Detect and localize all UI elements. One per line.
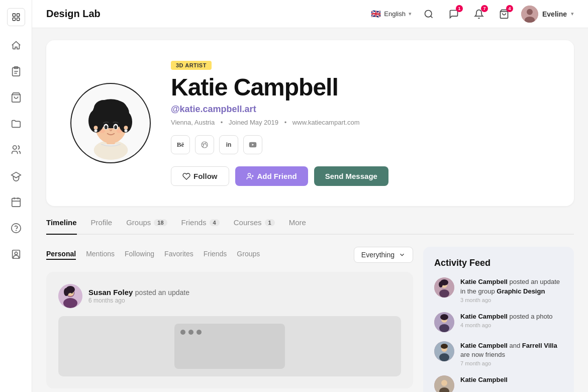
- language-selector[interactable]: 🇬🇧 English ▾: [371, 9, 412, 19]
- svg-point-36: [99, 129, 105, 133]
- svg-point-54: [64, 288, 69, 296]
- activity-avatar-4: [434, 375, 454, 392]
- timeline-section: Personal Mentions Following Favorites Fr…: [46, 247, 574, 392]
- tab-friends-badge: 4: [210, 219, 220, 226]
- activity-text-2: Katie Campbell posted a photo 4 month ag…: [460, 312, 553, 328]
- activity-author-4: Katie Campbell: [460, 376, 508, 383]
- svg-point-66: [439, 353, 449, 361]
- meta-dot1: •: [221, 119, 223, 126]
- svg-rect-2: [13, 18, 15, 21]
- activity-content-2: Katie Campbell posted a photo: [460, 312, 553, 321]
- dot2: [188, 330, 193, 335]
- cart-button[interactable]: 4: [496, 6, 512, 22]
- tab-courses[interactable]: Courses 1: [234, 218, 275, 235]
- svg-point-49: [63, 298, 77, 308]
- svg-rect-1: [17, 14, 19, 16]
- activity-feed-panel: Activity Feed: [423, 247, 574, 392]
- sidebar-item-graduation[interactable]: [5, 165, 27, 187]
- sidebar-item-home[interactable]: [5, 34, 27, 56]
- user-chevron-icon: ▾: [571, 11, 574, 17]
- activity-text-1: Katie Campbell posted an update in the g…: [460, 277, 563, 303]
- chat-button[interactable]: 1: [446, 6, 462, 22]
- chat-badge: 1: [456, 5, 463, 12]
- tab-groups[interactable]: Groups 18: [126, 218, 167, 235]
- dropdown-label: Everything: [361, 251, 395, 259]
- send-message-button[interactable]: Send Message: [314, 166, 388, 186]
- behance-button[interactable]: Bē: [171, 135, 190, 154]
- sidebar-logo[interactable]: [7, 8, 25, 26]
- follow-label: Follow: [193, 172, 218, 180]
- filter-favorites[interactable]: Favorites: [164, 250, 193, 260]
- linkedin-button[interactable]: in: [219, 135, 238, 154]
- activity-coauthor-3: Farrell Villa: [522, 342, 557, 349]
- tab-groups-label: Groups: [126, 218, 151, 227]
- cart-badge: 4: [506, 5, 513, 12]
- sidebar-item-users[interactable]: [5, 139, 27, 161]
- activity-time-3: 7 month ago: [460, 360, 563, 366]
- dribbble-button[interactable]: [195, 135, 214, 154]
- youtube-button[interactable]: [243, 135, 262, 154]
- profile-info: 3D ARTIST Katie Campbell @katie.campbell…: [171, 60, 550, 186]
- svg-point-67: [441, 344, 448, 349]
- post-author-action: Susan Foley posted an update: [88, 288, 189, 297]
- svg-point-31: [109, 101, 127, 117]
- tab-friends-label: Friends: [181, 218, 207, 227]
- sidebar-item-folder[interactable]: [5, 113, 27, 135]
- svg-point-41: [124, 129, 127, 132]
- svg-point-63: [440, 314, 448, 320]
- profile-website: www.katiecampart.com: [292, 119, 360, 126]
- filter-friends[interactable]: Friends: [204, 250, 227, 260]
- activity-avatar-1: [434, 277, 454, 298]
- filter-personal[interactable]: Personal: [46, 250, 76, 260]
- profile-location: Vienna, Austria: [171, 119, 215, 126]
- bell-button[interactable]: 7: [471, 6, 487, 22]
- post-dots: [180, 330, 202, 335]
- filter-groups[interactable]: Groups: [237, 250, 260, 260]
- flag-icon: 🇬🇧: [371, 9, 381, 19]
- profile-avatar: [70, 83, 151, 163]
- content-area: 3D ARTIST Katie Campbell @katie.campbell…: [32, 28, 588, 392]
- tab-timeline-label: Timeline: [46, 218, 77, 227]
- topbar-right: 🇬🇧 English ▾ 1 7 4: [371, 6, 574, 23]
- tab-courses-badge: 1: [265, 219, 275, 226]
- follow-button[interactable]: Follow: [171, 166, 229, 186]
- filter-following[interactable]: Following: [125, 250, 154, 260]
- tab-friends[interactable]: Friends 4: [181, 218, 220, 235]
- search-button[interactable]: [421, 6, 437, 22]
- activity-avatar-2: [434, 312, 454, 332]
- sidebar-item-clipboard[interactable]: [5, 60, 27, 82]
- svg-point-33: [104, 125, 107, 129]
- sidebar-item-bag[interactable]: [5, 86, 27, 109]
- activity-author-3: Katie Campbell: [460, 342, 508, 349]
- svg-point-42: [202, 142, 208, 148]
- sidebar-item-calendar[interactable]: [5, 191, 27, 213]
- heart-icon: [182, 172, 190, 180]
- post-author-name: Susan Foley: [88, 288, 133, 297]
- tab-timeline[interactable]: Timeline: [46, 218, 77, 235]
- user-chip[interactable]: Eveline ▾: [521, 6, 574, 23]
- svg-point-35: [114, 125, 117, 129]
- filter-row: Personal Mentions Following Favorites Fr…: [46, 247, 413, 263]
- activity-feed: Activity Feed: [423, 247, 574, 392]
- profile-actions: Follow Add Friend Send Message: [171, 166, 550, 186]
- add-friend-button[interactable]: Add Friend: [235, 166, 308, 186]
- activity-author-1: Katie Campbell: [460, 278, 508, 285]
- activity-item-2: Katie Campbell posted a photo 4 month ag…: [434, 312, 563, 332]
- sidebar-item-help[interactable]: [5, 217, 27, 239]
- tab-more[interactable]: More: [289, 218, 306, 235]
- filter-mentions[interactable]: Mentions: [86, 250, 115, 260]
- sidebar: [0, 0, 32, 392]
- app-title: Design Lab: [46, 8, 363, 20]
- activity-feed-title: Activity Feed: [434, 258, 563, 268]
- profile-card: 3D ARTIST Katie Campbell @katie.campbell…: [46, 40, 574, 206]
- profile-role-badge: 3D ARTIST: [171, 61, 212, 70]
- send-message-label: Send Message: [325, 172, 377, 180]
- main-area: Design Lab 🇬🇧 English ▾ 1 7 4: [32, 0, 588, 392]
- everything-dropdown[interactable]: Everything: [354, 247, 413, 263]
- tab-courses-label: Courses: [234, 218, 262, 227]
- activity-time-1: 3 month ago: [460, 297, 563, 303]
- tab-profile[interactable]: Profile: [91, 218, 113, 235]
- svg-point-9: [13, 146, 16, 149]
- post-action-text: posted an update: [135, 288, 189, 297]
- sidebar-item-badge-user[interactable]: [5, 243, 27, 265]
